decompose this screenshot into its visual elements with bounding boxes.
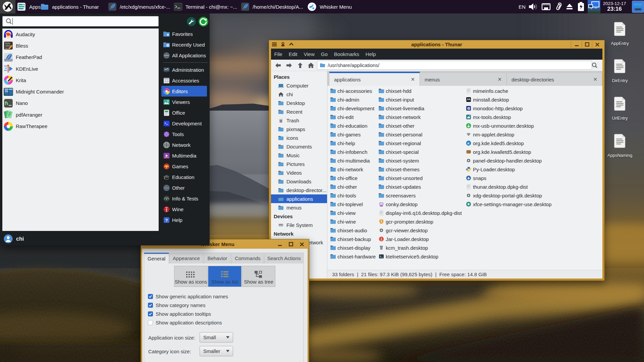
svg-text:?: ? <box>165 218 168 223</box>
svg-text:0101: 0101 <box>5 43 10 45</box>
svg-text:K: K <box>468 141 470 145</box>
